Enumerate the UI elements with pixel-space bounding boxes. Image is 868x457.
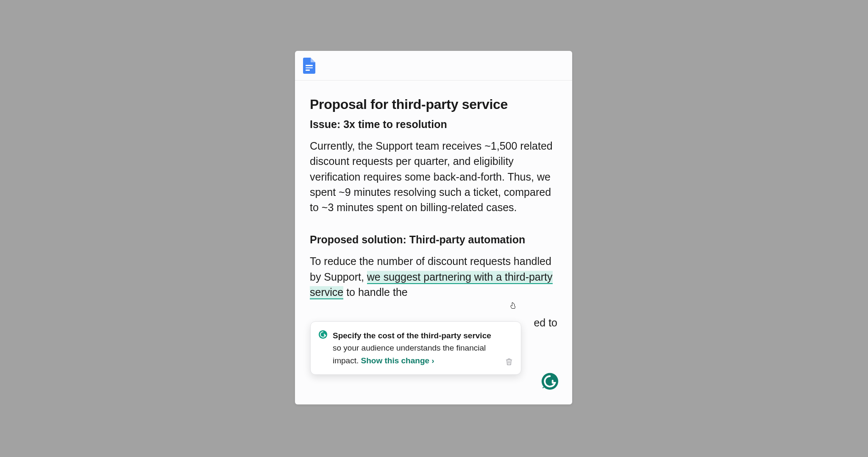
suggestion-popup[interactable]: Specify the cost of the third-party serv… — [310, 321, 521, 375]
trash-icon — [505, 357, 513, 366]
solution-body: To reduce the number of discount request… — [310, 254, 557, 300]
show-change-link[interactable]: Show this change › — [361, 356, 434, 365]
grammarly-fab[interactable] — [541, 373, 559, 390]
suggestion-text: Specify the cost of the third-party serv… — [333, 329, 499, 367]
solution-text-post: to handle the — [343, 286, 408, 298]
issue-heading: Issue: 3x time to resolution — [310, 118, 557, 131]
dismiss-button[interactable] — [503, 356, 515, 368]
document-header — [295, 51, 572, 81]
document-content[interactable]: Proposal for third-party service Issue: … — [295, 81, 572, 330]
google-docs-icon — [303, 58, 315, 74]
grammarly-icon — [541, 373, 559, 390]
suggestion-bold: Specify the cost of the third-party serv… — [333, 331, 491, 340]
issue-body: Currently, the Support team receives ~1,… — [310, 138, 557, 215]
document-title: Proposal for third-party service — [310, 97, 557, 112]
solution-heading: Proposed solution: Third-party automatio… — [310, 234, 557, 246]
grammarly-icon — [318, 330, 328, 339]
